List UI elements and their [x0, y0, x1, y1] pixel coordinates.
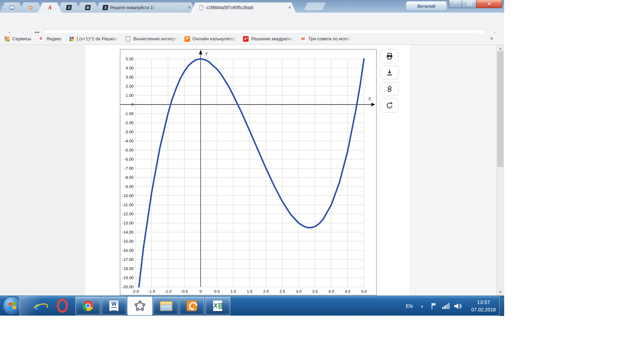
- svg-text:-18.00: -18.00: [122, 267, 134, 271]
- link-icon: [386, 85, 393, 93]
- bookmark-gmail-tips[interactable]: M Три совета по испол: [300, 36, 352, 42]
- explorer-folder-icon: [160, 301, 172, 310]
- page-icon: [125, 36, 131, 42]
- svg-text:-9.00: -9.00: [124, 184, 134, 189]
- scrollbar[interactable]: ▲ ▼: [496, 45, 504, 296]
- share-button[interactable]: [380, 99, 399, 113]
- action-center-flag-icon[interactable]: [431, 302, 438, 310]
- windows-logo-icon: [8, 302, 16, 310]
- tab-close-icon[interactable]: ✕: [187, 5, 192, 10]
- scroll-down-icon[interactable]: ▼: [496, 289, 504, 295]
- function-plot: XY5.004.003.002.001.000-1.00-2.00-3.00-4…: [120, 49, 377, 295]
- taskbar-chrome[interactable]: [75, 297, 101, 315]
- time-label: 13:57: [471, 298, 496, 306]
- svg-text:2.5: 2.5: [279, 289, 285, 294]
- tab-title: Решите пожалуйста 1!: [110, 5, 184, 10]
- svg-text:-12.00: -12.00: [122, 212, 134, 216]
- svg-text:-7.00: -7.00: [124, 166, 134, 170]
- tab-monitor[interactable]: [0, 2, 24, 13]
- browser-toolbar: Не защищено yotx.ru/#!1/3_h/ubO/tn@0YM4X…: [0, 13, 504, 33]
- x-squared-icon: x²: [243, 36, 249, 42]
- link-button[interactable]: [380, 82, 399, 96]
- p-tile-icon: Р: [184, 36, 190, 42]
- svg-text:-6.00: -6.00: [124, 157, 134, 161]
- foxit-pdf-icon: PDF: [187, 301, 197, 311]
- svg-text:-1.0: -1.0: [164, 289, 171, 294]
- opera-icon: [57, 299, 68, 313]
- network-signal-icon[interactable]: [442, 303, 449, 310]
- svg-text:-10.00: -10.00: [122, 194, 134, 198]
- tab-yotx[interactable]: A: [38, 2, 62, 13]
- svg-text:-16.00: -16.00: [122, 248, 134, 252]
- print-button[interactable]: [380, 49, 399, 63]
- taskbar-geogebra[interactable]: [127, 297, 153, 315]
- minimize-button[interactable]: –: [449, 0, 462, 8]
- download-icon: [386, 69, 393, 76]
- print-icon: [386, 52, 393, 60]
- internet-explorer-icon: e: [34, 301, 40, 311]
- svg-text:0.5: 0.5: [214, 289, 220, 294]
- browser-profile-button[interactable]: Виталий: [406, 1, 447, 11]
- svg-text:0: 0: [131, 102, 134, 107]
- svg-text:4.0: 4.0: [329, 289, 334, 294]
- bookmark-quadratic[interactable]: x² Решение квадратно: [243, 36, 293, 42]
- svg-text:1.5: 1.5: [247, 289, 252, 294]
- svg-text:-11.00: -11.00: [122, 203, 134, 207]
- new-tab-button[interactable]: [304, 2, 326, 10]
- system-tray: EN ▲ 13:57 07.02.2018: [406, 296, 499, 316]
- bookmarks-overflow-chevron[interactable]: »: [490, 35, 493, 41]
- plot-canvas: XY5.004.003.002.001.000-1.00-2.00-3.00-4…: [120, 49, 376, 295]
- language-indicator[interactable]: EN: [406, 303, 413, 309]
- scroll-up-icon[interactable]: ▲: [496, 46, 504, 51]
- svg-text:-8.00: -8.00: [124, 175, 134, 180]
- taskbar-clock[interactable]: 13:57 07.02.2018: [471, 298, 496, 313]
- window-titlebar: A 3 B 3 Решите пожалуйста 1! ✕ c1f9884af…: [0, 0, 504, 13]
- znanija-3-icon: 3: [66, 5, 72, 11]
- bookmark-yandex[interactable]: Я Яндекс: [38, 36, 62, 42]
- taskbar-opera[interactable]: [50, 297, 75, 315]
- svg-text:-14.00: -14.00: [122, 230, 134, 234]
- scroll-thumb[interactable]: [497, 51, 503, 167]
- taskbar: e W PDF X EN ▲: [0, 296, 504, 316]
- show-desktop-button[interactable]: [499, 296, 504, 316]
- svg-text:-17.00: -17.00: [122, 257, 134, 262]
- taskbar-internet-explorer[interactable]: e: [25, 297, 49, 315]
- restore-button[interactable]: [462, 0, 477, 8]
- svg-text:-19.00: -19.00: [122, 276, 134, 280]
- hidden-icons-chevron[interactable]: ▲: [420, 304, 424, 308]
- bookmark-integral[interactable]: ∫ (x+1)^2 dx Решени: [69, 36, 119, 42]
- svg-text:2.00: 2.00: [126, 84, 134, 88]
- svg-text:-0.5: -0.5: [181, 289, 188, 294]
- geogebra-icon: [134, 300, 146, 312]
- svg-text:-15.00: -15.00: [122, 239, 134, 243]
- yotx-a-icon: A: [47, 5, 53, 11]
- monitor-icon: [9, 5, 15, 11]
- svg-text:3.5: 3.5: [312, 289, 318, 294]
- download-button[interactable]: [380, 66, 399, 80]
- svg-text:-2.00: -2.00: [124, 121, 134, 125]
- tab-strip: A 3 B 3 Решите пожалуйста 1! ✕ c1f9884af…: [5, 2, 296, 13]
- svg-text:3.0: 3.0: [296, 289, 302, 294]
- taskbar-excel[interactable]: X: [205, 297, 230, 315]
- svg-text:-5.00: -5.00: [124, 148, 134, 152]
- taskbar-explorer[interactable]: [153, 297, 178, 315]
- bookmark-online-calc[interactable]: Р Онлайн калькулятор: [184, 36, 236, 42]
- bookmark-integral-calc[interactable]: Вычисление интегра: [125, 36, 177, 42]
- tab-close-icon[interactable]: ✕: [287, 5, 292, 10]
- start-button[interactable]: [3, 296, 22, 315]
- svg-text:-1.5: -1.5: [148, 289, 155, 294]
- znanija-3-icon: 3: [102, 5, 108, 11]
- bookmark-services[interactable]: Сервисы: [4, 36, 31, 42]
- taskbar-foxit[interactable]: PDF: [179, 297, 204, 315]
- svg-text:X: X: [368, 96, 371, 101]
- page-left-margin: [0, 45, 85, 296]
- tab-current[interactable]: c1f9884af3f7c60f5c3fda5 ✕: [191, 2, 296, 13]
- volume-icon[interactable]: [454, 302, 462, 310]
- tab-reshite[interactable]: 3 Решите пожалуйста 1! ✕: [95, 2, 196, 13]
- svg-text:3.00: 3.00: [126, 75, 134, 79]
- page-right-margin: [410, 45, 496, 296]
- share-icon: [386, 102, 393, 109]
- close-window-button[interactable]: ✕: [476, 0, 502, 8]
- taskbar-word[interactable]: W: [101, 297, 127, 315]
- gmail-m-icon: M: [300, 36, 306, 42]
